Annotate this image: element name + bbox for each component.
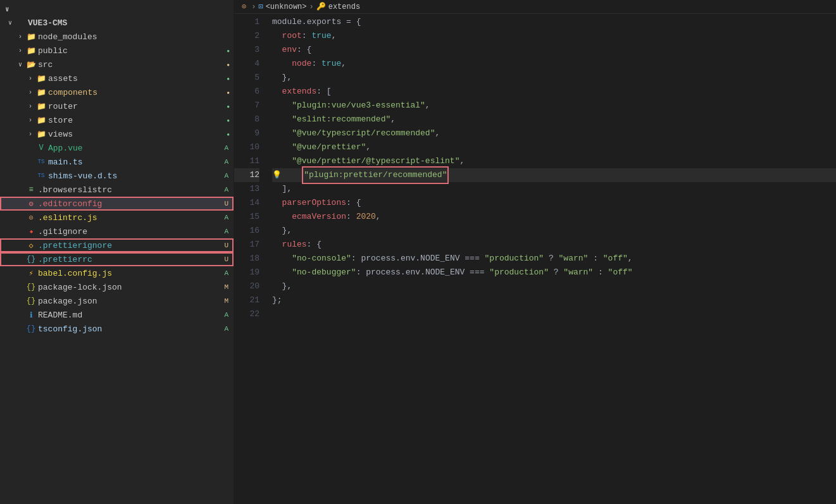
lightbulb-icon[interactable]: 💡: [272, 168, 282, 182]
line-number: 16: [234, 224, 259, 238]
git-badge: M: [224, 283, 228, 291]
line-number: 1: [234, 15, 259, 29]
breadcrumb-sep-1: ›: [251, 3, 256, 11]
sidebar-item-label: README.md: [37, 310, 224, 320]
code-area[interactable]: 12345678910111213141516171819202122 modu…: [234, 14, 836, 504]
eslint-icon: ⊙: [242, 2, 246, 11]
ts-icon: TS: [35, 159, 47, 165]
folder-icon: 📁: [25, 46, 37, 56]
sidebar-item-assets[interactable]: ›📁assets●: [0, 71, 234, 85]
sidebar-item-prettierignore[interactable]: ◇.prettierignoreU: [0, 238, 234, 252]
code-line: "@vue/prettier",: [272, 140, 836, 154]
git-icon: ⬥: [25, 227, 37, 236]
arrow-icon: ›: [25, 131, 35, 138]
git-badge: A: [224, 269, 228, 277]
line-number: 8: [234, 113, 259, 126]
list-icon: ≡: [25, 185, 37, 194]
sidebar-item-label: App.vue: [47, 144, 224, 153]
sidebar-item-babel-config[interactable]: ⚡babel.config.jsA: [0, 266, 234, 280]
editor-panel: ⊙ › ⊡ <unknown> › 🔑 extends 123456789101…: [234, 0, 836, 504]
sidebar-item-vue3-cms[interactable]: ∨VUE3-CMS: [0, 16, 234, 30]
sidebar-item-shims-vue[interactable]: TSshims-vue.d.tsA: [0, 169, 234, 183]
code-line: parserOptions: {: [272, 196, 836, 210]
sidebar-item-browserslistrc[interactable]: ≡.browserslistrcA: [0, 183, 234, 197]
sidebar-item-node-modules[interactable]: ›📁node_modules: [0, 30, 234, 44]
key-icon: 🔑: [316, 2, 326, 11]
code-line: "@vue/prettier/@typescript-eslint",: [272, 154, 836, 168]
sidebar-item-label: .editorconfig: [37, 199, 224, 209]
arrow-icon: ›: [25, 75, 35, 82]
code-line: },: [272, 224, 836, 238]
code-line: "@vue/typescript/recommended",: [272, 126, 836, 140]
sidebar-item-prettierrc[interactable]: {}.prettierrcU: [0, 252, 234, 266]
code-line: "no-debugger": process.env.NODE_ENV === …: [272, 266, 836, 280]
code-line: "plugin:vue/vue3-essential",: [272, 99, 836, 113]
sidebar-item-label: .browserslistrc: [37, 185, 224, 195]
sidebar-item-app-vue[interactable]: VApp.vueA: [0, 141, 234, 155]
folder-icon: 📁: [35, 74, 47, 83]
line-number: 13: [234, 182, 259, 196]
sidebar-item-package-json[interactable]: {}package.jsonM: [0, 294, 234, 308]
code-line: [272, 307, 836, 321]
sidebar-item-label: src: [37, 60, 227, 70]
arrow-icon: ›: [25, 103, 35, 110]
sidebar-item-editorconfig[interactable]: ⚙.editorconfigU: [0, 197, 234, 211]
sidebar-item-gitignore[interactable]: ⬥.gitignoreA: [0, 224, 234, 238]
sidebar-item-label: main.ts: [47, 157, 224, 167]
code-line: module.exports = {: [272, 15, 836, 29]
arrow-icon: ›: [15, 34, 25, 40]
sidebar-item-src[interactable]: ∨📂src●: [0, 58, 234, 71]
arrow-icon: ∨: [15, 61, 25, 68]
sidebar-item-label: router: [47, 102, 227, 111]
sidebar-item-readme[interactable]: ℹREADME.mdA: [0, 308, 234, 322]
breadcrumb: ⊙ › ⊡ <unknown> › 🔑 extends: [234, 0, 836, 14]
status-dot: ●: [227, 90, 230, 95]
code-line: ],: [272, 182, 836, 196]
arrow-icon: ∨: [5, 19, 15, 27]
code-line: root: true,: [272, 29, 836, 43]
git-badge: A: [224, 311, 228, 319]
sidebar-item-package-lock[interactable]: {}package-lock.jsonM: [0, 280, 234, 294]
sidebar-item-main-ts[interactable]: TSmain.tsA: [0, 155, 234, 169]
sidebar-item-label: public: [37, 46, 227, 56]
sidebar-item-label: shims-vue.d.ts: [47, 171, 224, 181]
line-number: 21: [234, 293, 259, 307]
sidebar-item-label: store: [47, 116, 227, 125]
sidebar-item-label: components: [47, 88, 227, 97]
line-number: 12: [234, 168, 259, 182]
ts-icon: TS: [35, 173, 47, 179]
file-tree: ∨VUE3-CMS›📁node_modules›📁public●∨📂src●›📁…: [0, 16, 234, 336]
code-line: rules: {: [272, 238, 836, 252]
code-line: },: [272, 71, 836, 85]
sidebar-item-router[interactable]: ›📁router●: [0, 99, 234, 113]
line-number: 3: [234, 43, 259, 57]
git-badge: A: [224, 228, 228, 235]
breadcrumb-sep-2: ›: [309, 3, 313, 11]
code-line: ecmaVersion: 2020,: [272, 210, 836, 224]
prettier-ignore-icon: ◇: [25, 241, 37, 250]
sidebar-item-views[interactable]: ›📁views●: [0, 127, 234, 141]
status-dot: ●: [227, 118, 230, 123]
sidebar-item-label: tsconfig.json: [37, 324, 224, 334]
sidebar-item-eslintrc[interactable]: ⊙.eslintrc.jsA: [0, 211, 234, 224]
git-badge: A: [224, 325, 228, 333]
status-dot: ●: [227, 48, 230, 54]
line-number: 4: [234, 57, 259, 71]
ts-json-icon: {}: [25, 324, 37, 333]
babel-icon: ⚡: [25, 269, 37, 278]
status-dot: ●: [227, 132, 230, 137]
line-number: 9: [234, 126, 259, 140]
unknown-icon: ⊡: [258, 2, 263, 11]
git-badge: A: [224, 186, 228, 194]
sidebar-item-store[interactable]: ›📁store●: [0, 113, 234, 127]
line-number: 17: [234, 238, 259, 252]
status-dot: ●: [227, 104, 230, 109]
sidebar-item-tsconfig[interactable]: {}tsconfig.jsonA: [0, 322, 234, 336]
folder-icon: 📁: [35, 88, 47, 97]
sidebar-item-public[interactable]: ›📁public●: [0, 44, 234, 58]
eslint-icon: ⊙: [25, 213, 37, 223]
sidebar-item-components[interactable]: ›📁components●: [0, 85, 234, 99]
git-badge: A: [224, 144, 228, 152]
line-number: 14: [234, 196, 259, 210]
sidebar-item-label: .eslintrc.js: [37, 213, 224, 223]
